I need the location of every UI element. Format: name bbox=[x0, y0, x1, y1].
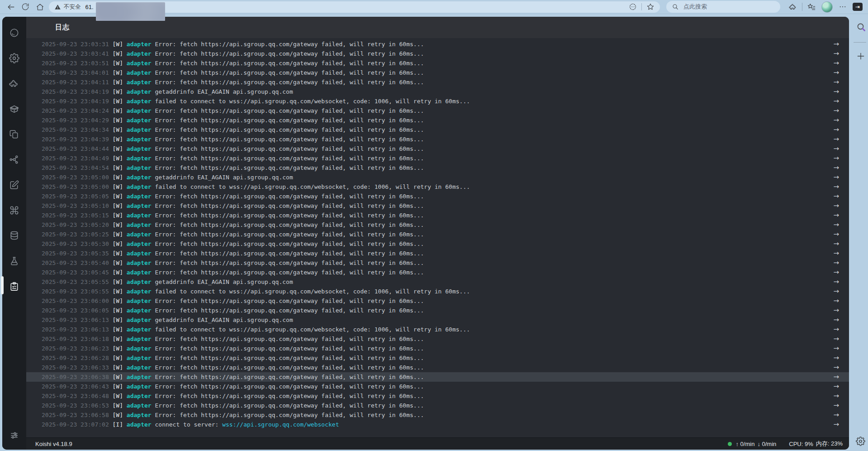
plugins-puzzle-icon bbox=[9, 78, 19, 89]
log-row[interactable]: 2025-09-23 23:06:43 [W] adapter Error: f… bbox=[26, 382, 849, 391]
log-row[interactable]: 2025-09-23 23:06:13 [W] adapter getaddri… bbox=[26, 315, 849, 325]
collections-button[interactable] bbox=[804, 1, 819, 13]
log-row[interactable]: 2025-09-23 23:04:19 [W] adapter failed t… bbox=[26, 96, 849, 106]
expand-arrow-icon: → bbox=[833, 239, 839, 249]
log-tag: adapter bbox=[127, 382, 155, 391]
log-row[interactable]: 2025-09-23 23:04:34 [W] adapter Error: f… bbox=[26, 125, 849, 134]
log-level: [W] bbox=[113, 201, 127, 211]
redacted-url-blur bbox=[96, 2, 165, 21]
log-level: [W] bbox=[113, 277, 127, 287]
log-row[interactable]: 2025-09-23 23:04:44 [W] adapter Error: f… bbox=[26, 144, 849, 154]
log-row[interactable]: 2025-09-23 23:05:55 [W] adapter failed t… bbox=[26, 287, 849, 296]
sidebar-settings-button[interactable] bbox=[856, 437, 865, 446]
log-message: Error: fetch https://api.sgroup.qq.com/g… bbox=[155, 211, 424, 220]
log-row[interactable]: 2025-09-23 23:05:45 [W] adapter Error: f… bbox=[26, 268, 849, 277]
log-row[interactable]: 2025-09-23 23:05:30 [W] adapter Error: f… bbox=[26, 239, 849, 249]
home-button[interactable] bbox=[33, 1, 47, 13]
log-row[interactable]: 2025-09-23 23:05:00 [W] adapter failed t… bbox=[26, 182, 849, 192]
log-row[interactable]: 2025-09-23 23:06:28 [W] adapter Error: f… bbox=[26, 353, 849, 363]
log-row[interactable]: 2025-09-23 23:06:18 [W] adapter Error: f… bbox=[26, 334, 849, 344]
refresh-button[interactable] bbox=[18, 1, 33, 13]
log-row[interactable]: 2025-09-23 23:04:39 [W] adapter Error: f… bbox=[26, 134, 849, 144]
sidebar-item-logs-clipboard[interactable] bbox=[2, 273, 26, 299]
sidebar-item-plugins-puzzle[interactable] bbox=[2, 71, 26, 96]
log-row[interactable]: 2025-09-23 23:06:48 [W] adapter Error: f… bbox=[26, 391, 849, 401]
log-row[interactable]: 2025-09-23 23:06:58 [W] adapter Error: f… bbox=[26, 410, 849, 420]
online-status-dot bbox=[728, 442, 732, 446]
log-tag: adapter bbox=[127, 239, 155, 249]
sidebar-item-sandbox-flask[interactable] bbox=[2, 248, 26, 273]
log-row[interactable]: 2025-09-23 23:04:01 [W] adapter Error: f… bbox=[26, 68, 849, 77]
log-row[interactable]: 2025-09-23 23:04:54 [W] adapter Error: f… bbox=[26, 163, 849, 173]
log-row[interactable]: 2025-09-23 23:05:05 [W] adapter Error: f… bbox=[26, 192, 849, 201]
log-row[interactable]: 2025-09-23 23:03:51 [W] adapter Error: f… bbox=[26, 58, 849, 68]
sidebar-item-market-box[interactable] bbox=[2, 96, 26, 121]
bing-search-button[interactable] bbox=[856, 22, 867, 33]
sidebar-item-locales-edit[interactable] bbox=[2, 172, 26, 197]
sidebar-item-dependencies-graph[interactable] bbox=[2, 147, 26, 172]
log-row[interactable]: 2025-09-23 23:06:23 [W] adapter Error: f… bbox=[26, 344, 849, 353]
log-message: Error: fetch https://api.sgroup.qq.com/g… bbox=[155, 306, 424, 315]
log-row[interactable]: 2025-09-23 23:03:31 [W] adapter Error: f… bbox=[26, 39, 849, 49]
reader-button[interactable] bbox=[627, 1, 639, 13]
log-tag: adapter bbox=[127, 125, 155, 134]
log-message: Error: fetch https://api.sgroup.qq.com/g… bbox=[155, 49, 424, 58]
log-row[interactable]: 2025-09-23 23:05:40 [W] adapter Error: f… bbox=[26, 258, 849, 268]
log-level: [W] bbox=[113, 353, 127, 363]
log-row[interactable]: 2025-09-23 23:05:15 [W] adapter Error: f… bbox=[26, 211, 849, 220]
log-message: Error: fetch https://api.sgroup.qq.com/g… bbox=[155, 363, 424, 372]
log-row[interactable]: 2025-09-23 23:06:00 [W] adapter Error: f… bbox=[26, 296, 849, 306]
log-tag: adapter bbox=[127, 372, 155, 382]
sidebar-item-files-copy[interactable] bbox=[2, 121, 26, 147]
log-row[interactable]: 2025-09-23 23:05:55 [W] adapter getaddri… bbox=[26, 277, 849, 287]
extensions-button[interactable] bbox=[786, 1, 800, 13]
log-row[interactable]: 2025-09-23 23:05:00 [W] adapter getaddri… bbox=[26, 173, 849, 182]
log-row[interactable]: 2025-09-23 23:04:19 [W] adapter getaddri… bbox=[26, 87, 849, 96]
sidebar-item-commands[interactable] bbox=[2, 197, 26, 223]
log-tag: adapter bbox=[127, 144, 155, 154]
log-row[interactable]: 2025-09-23 23:05:25 [W] adapter Error: f… bbox=[26, 230, 849, 239]
menu-button[interactable] bbox=[835, 1, 850, 13]
expand-arrow-icon: → bbox=[833, 315, 839, 325]
log-row[interactable]: 2025-09-23 23:05:35 [W] adapter Error: f… bbox=[26, 249, 849, 258]
sidebar-item-database[interactable] bbox=[2, 223, 26, 248]
log-timestamp: 2025-09-23 23:05:40 bbox=[42, 258, 113, 268]
commands-icon bbox=[9, 205, 19, 216]
sidebar-item-filter-sliders[interactable] bbox=[2, 422, 26, 448]
favorite-button[interactable] bbox=[645, 1, 656, 13]
log-row[interactable]: 2025-09-23 23:06:38 [W] adapter Error: f… bbox=[26, 372, 849, 382]
log-timestamp: 2025-09-23 23:05:45 bbox=[42, 268, 113, 277]
log-row[interactable]: 2025-09-23 23:06:05 [W] adapter Error: f… bbox=[26, 306, 849, 315]
log-row[interactable]: 2025-09-23 23:05:10 [W] adapter Error: f… bbox=[26, 201, 849, 211]
back-button[interactable] bbox=[4, 1, 18, 13]
log-level: [W] bbox=[113, 268, 127, 277]
log-row[interactable]: 2025-09-23 23:07:02 [I] adapter connect … bbox=[26, 420, 849, 429]
log-row[interactable]: 2025-09-23 23:06:33 [W] adapter Error: f… bbox=[26, 363, 849, 372]
log-row[interactable]: 2025-09-23 23:04:11 [W] adapter Error: f… bbox=[26, 77, 849, 87]
log-level: [W] bbox=[113, 134, 127, 144]
sidebar-item-settings-gear[interactable] bbox=[2, 45, 26, 71]
log-row[interactable]: 2025-09-23 23:06:53 [W] adapter Error: f… bbox=[26, 401, 849, 410]
log-row[interactable]: 2025-09-23 23:03:41 [W] adapter Error: f… bbox=[26, 49, 849, 58]
log-message: Error: fetch https://api.sgroup.qq.com/g… bbox=[155, 154, 424, 163]
log-message: Error: fetch https://api.sgroup.qq.com/g… bbox=[155, 192, 424, 201]
log-level: [W] bbox=[113, 58, 127, 68]
log-list[interactable]: 2025-09-23 23:03:31 [W] adapter Error: f… bbox=[26, 38, 849, 437]
log-row[interactable]: 2025-09-23 23:05:20 [W] adapter Error: f… bbox=[26, 220, 849, 230]
expand-arrow-icon: → bbox=[833, 258, 839, 268]
cpu-usage: CPU: 9% bbox=[789, 441, 813, 447]
log-row[interactable]: 2025-09-23 23:04:49 [W] adapter Error: f… bbox=[26, 154, 849, 163]
log-timestamp: 2025-09-23 23:06:00 bbox=[42, 296, 113, 306]
log-link[interactable]: wss://api.sgroup.qq.com/websocket bbox=[222, 420, 339, 429]
search-box[interactable]: 点此搜索 bbox=[666, 1, 780, 13]
sidebar-item-dashboard[interactable] bbox=[2, 20, 26, 45]
log-row[interactable]: 2025-09-23 23:04:24 [W] adapter Error: f… bbox=[26, 106, 849, 115]
sidebar-toggle-button[interactable]: ⇥ bbox=[853, 3, 863, 11]
add-sidebar-app-button[interactable] bbox=[856, 52, 865, 61]
profile-avatar[interactable] bbox=[821, 1, 833, 13]
log-row[interactable]: 2025-09-23 23:06:13 [W] adapter failed t… bbox=[26, 325, 849, 334]
log-level: [W] bbox=[113, 39, 127, 49]
expand-arrow-icon: → bbox=[833, 201, 839, 211]
log-row[interactable]: 2025-09-23 23:04:29 [W] adapter Error: f… bbox=[26, 115, 849, 125]
log-timestamp: 2025-09-23 23:03:51 bbox=[42, 58, 113, 68]
